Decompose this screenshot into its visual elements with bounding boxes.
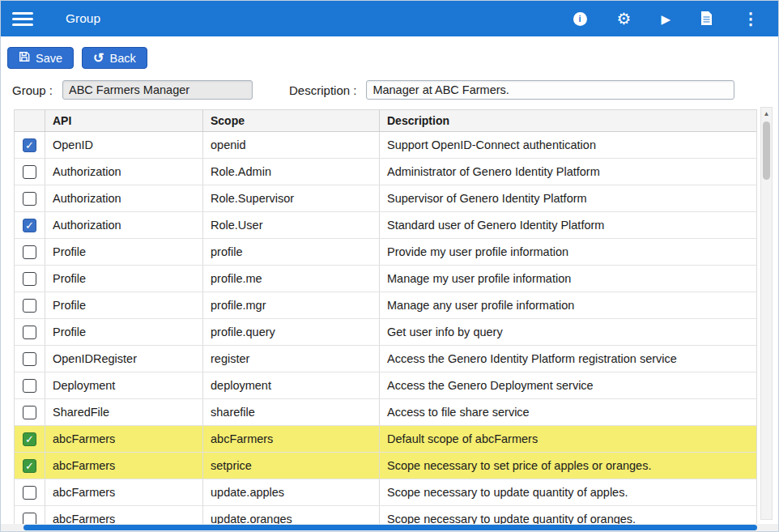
- horizontal-scrollbar[interactable]: [1, 524, 778, 531]
- save-icon: [19, 51, 30, 65]
- row-checkbox[interactable]: [23, 406, 36, 419]
- cell-api: abcFarmers: [45, 479, 202, 505]
- row-checkbox-cell: ✓: [15, 132, 45, 158]
- save-button[interactable]: Save: [7, 47, 74, 69]
- table-row[interactable]: OpenIDRegisterregisterAccess the Genero …: [15, 346, 756, 372]
- cell-description: Access the Genero Identity Platform regi…: [379, 346, 756, 372]
- cell-api: Profile: [45, 292, 202, 318]
- cell-api: Authorization: [45, 212, 202, 238]
- row-checkbox-cell: ✓: [15, 453, 45, 479]
- table-row[interactable]: DeploymentdeploymentAccess the Genero De…: [15, 372, 756, 399]
- cell-api: OpenIDRegister: [45, 346, 202, 372]
- cell-scope: register: [202, 346, 379, 372]
- header-api[interactable]: API: [45, 110, 202, 131]
- row-checkbox-cell: [15, 399, 45, 425]
- menu-icon[interactable]: [12, 12, 33, 26]
- cell-scope: update.apples: [202, 479, 379, 505]
- cell-description: Manage any user profile information: [379, 292, 756, 318]
- table-row[interactable]: AuthorizationRole.SupervisorSupervisor o…: [15, 185, 756, 212]
- scopes-table: API Scope Description ✓OpenIDopenidSuppo…: [14, 109, 757, 532]
- table-row[interactable]: ✓abcFarmerssetpriceScope necessary to se…: [15, 453, 756, 479]
- document-icon[interactable]: [700, 11, 713, 26]
- cell-scope: abcFarmers: [202, 426, 379, 452]
- run-icon[interactable]: ▶: [661, 13, 670, 25]
- description-field[interactable]: [366, 80, 734, 100]
- cell-api: abcFarmers: [45, 453, 202, 479]
- row-checkbox[interactable]: ✓: [23, 219, 36, 232]
- cell-description: Scope necessary to update quantity of ap…: [379, 479, 756, 505]
- row-checkbox[interactable]: [23, 192, 36, 206]
- cell-description: Default scope of abcFarmers: [379, 426, 756, 452]
- header-checkbox-column: [15, 110, 45, 131]
- table-row[interactable]: ✓AuthorizationRole.UserStandard user of …: [15, 212, 756, 239]
- row-checkbox[interactable]: [23, 352, 36, 366]
- row-checkbox-cell: [15, 266, 45, 292]
- cell-api: Profile: [45, 319, 202, 345]
- table-row[interactable]: ✓OpenIDopenidSupport OpenID-Connect auth…: [15, 132, 756, 159]
- page-title: Group: [66, 11, 100, 26]
- cell-scope: profile.mgr: [202, 292, 379, 318]
- header-scope[interactable]: Scope: [202, 110, 379, 131]
- vertical-scrollbar[interactable]: ▲: [760, 107, 773, 520]
- table-row[interactable]: Profileprofile.mgrManage any user profil…: [15, 292, 756, 319]
- app-window: Group i ⚙ ▶ ⋮ Save ↺ Back Group : Descri…: [0, 0, 779, 532]
- header-description[interactable]: Description: [379, 110, 756, 131]
- table-row[interactable]: abcFarmersupdate.applesScope necessary t…: [15, 479, 756, 506]
- group-form: Group : Description :: [1, 74, 778, 108]
- cell-api: Authorization: [45, 185, 202, 211]
- back-button-label: Back: [109, 52, 135, 65]
- row-checkbox[interactable]: [23, 272, 36, 286]
- table-row[interactable]: Profileprofile.queryGet user info by que…: [15, 319, 756, 346]
- row-checkbox[interactable]: ✓: [23, 138, 36, 152]
- table-row[interactable]: ✓abcFarmersabcFarmersDefault scope of ab…: [15, 426, 756, 453]
- row-checkbox[interactable]: [23, 165, 36, 179]
- horizontal-scrollbar-thumb[interactable]: [23, 525, 757, 530]
- row-checkbox[interactable]: [23, 326, 36, 339]
- cell-api: Profile: [45, 266, 202, 292]
- info-icon[interactable]: i: [573, 12, 587, 26]
- table-header: API Scope Description: [15, 109, 756, 132]
- back-button[interactable]: ↺ Back: [82, 47, 147, 69]
- row-checkbox[interactable]: ✓: [23, 432, 36, 446]
- row-checkbox-cell: [15, 185, 45, 211]
- appbar-actions: i ⚙ ▶ ⋮: [573, 11, 759, 27]
- cell-api: OpenID: [45, 132, 202, 158]
- row-checkbox-cell: [15, 159, 45, 185]
- toolbar: Save ↺ Back: [1, 36, 778, 74]
- cell-scope: sharefile: [202, 399, 379, 425]
- group-name-field[interactable]: [62, 80, 253, 100]
- vertical-scrollbar-thumb[interactable]: [763, 121, 770, 180]
- scroll-up-arrow[interactable]: ▲: [761, 108, 772, 120]
- cell-api: Profile: [45, 239, 202, 265]
- more-options-icon[interactable]: ⋮: [743, 11, 759, 27]
- group-label: Group :: [12, 83, 53, 97]
- table-row[interactable]: Profileprofile.meManage my user profile …: [15, 266, 756, 292]
- cell-scope: profile.me: [202, 266, 379, 292]
- cell-description: Manage my user profile information: [379, 266, 756, 292]
- description-label: Description :: [289, 83, 356, 97]
- cell-scope: setprice: [202, 453, 379, 479]
- cell-scope: openid: [202, 132, 379, 158]
- table-row[interactable]: ProfileprofileProvide my user profile in…: [15, 239, 756, 266]
- row-checkbox[interactable]: [23, 486, 36, 500]
- cell-description: Access the Genero Deployment service: [379, 372, 756, 398]
- cell-api: Deployment: [45, 372, 202, 398]
- save-button-label: Save: [36, 52, 62, 65]
- settings-icon[interactable]: ⚙: [617, 11, 632, 27]
- cell-scope: deployment: [202, 372, 379, 398]
- cell-description: Provide my user profile information: [379, 239, 756, 265]
- row-checkbox-cell: ✓: [15, 426, 45, 452]
- row-checkbox[interactable]: ✓: [23, 459, 36, 473]
- row-checkbox-cell: [15, 346, 45, 372]
- row-checkbox-cell: ✓: [15, 212, 45, 238]
- cell-scope: profile: [202, 239, 379, 265]
- row-checkbox[interactable]: [23, 299, 36, 313]
- cell-description: Supervisor of Genero Identity Platform: [379, 185, 756, 211]
- cell-description: Administrator of Genero Identity Platfor…: [379, 159, 756, 185]
- cell-api: Authorization: [45, 159, 202, 185]
- table-row[interactable]: AuthorizationRole.AdminAdministrator of …: [15, 159, 756, 185]
- row-checkbox[interactable]: [23, 379, 36, 393]
- row-checkbox[interactable]: [23, 245, 36, 259]
- table-row[interactable]: SharedFilesharefileAccess to file share …: [15, 399, 756, 426]
- cell-api: abcFarmers: [45, 426, 202, 452]
